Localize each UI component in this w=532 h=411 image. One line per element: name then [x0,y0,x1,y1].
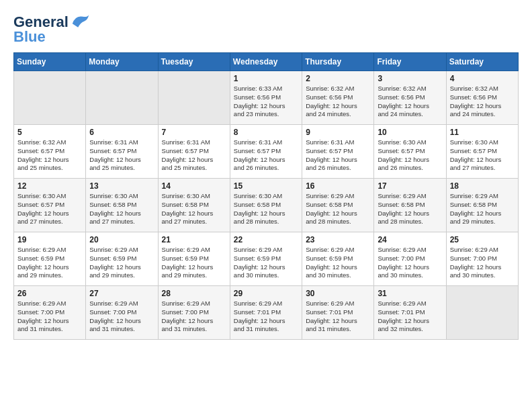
day-number: 13 [89,181,154,191]
day-number: 7 [162,128,226,137]
day-info: Sunrise: 6:29 AM Sunset: 7:00 PM Dayligh… [450,246,515,280]
day-info: Sunrise: 6:29 AM Sunset: 6:58 PM Dayligh… [450,192,515,226]
day-number: 6 [89,128,154,137]
day-number: 16 [306,181,370,191]
day-number: 5 [17,128,82,137]
weekday-header: Sunday [14,53,86,71]
calendar-cell: 12Sunrise: 6:30 AM Sunset: 6:57 PM Dayli… [14,179,86,232]
calendar-cell: 6Sunrise: 6:31 AM Sunset: 6:57 PM Daylig… [86,125,158,179]
weekday-header-row: SundayMondayTuesdayWednesdayThursdayFrid… [14,53,519,71]
day-number: 8 [234,128,298,137]
day-info: Sunrise: 6:29 AM Sunset: 6:59 PM Dayligh… [306,246,370,280]
day-number: 27 [89,289,154,298]
day-number: 24 [378,235,442,244]
day-info: Sunrise: 6:30 AM Sunset: 6:58 PM Dayligh… [89,192,154,226]
calendar-cell [158,71,230,125]
day-info: Sunrise: 6:32 AM Sunset: 6:56 PM Dayligh… [306,85,370,119]
calendar-cell: 3Sunrise: 6:32 AM Sunset: 6:56 PM Daylig… [374,71,446,125]
day-info: Sunrise: 6:29 AM Sunset: 6:59 PM Dayligh… [17,246,82,280]
calendar-cell: 26Sunrise: 6:29 AM Sunset: 7:00 PM Dayli… [14,286,86,340]
day-info: Sunrise: 6:30 AM Sunset: 6:57 PM Dayligh… [17,192,82,226]
day-number: 31 [378,289,442,298]
calendar-cell: 11Sunrise: 6:30 AM Sunset: 6:57 PM Dayli… [446,125,518,179]
calendar-cell: 22Sunrise: 6:29 AM Sunset: 6:59 PM Dayli… [230,232,302,286]
calendar-cell: 25Sunrise: 6:29 AM Sunset: 7:00 PM Dayli… [446,232,518,286]
calendar-cell: 15Sunrise: 6:30 AM Sunset: 6:58 PM Dayli… [230,179,302,232]
weekday-header: Tuesday [158,53,230,71]
calendar-cell: 13Sunrise: 6:30 AM Sunset: 6:58 PM Dayli… [86,179,158,232]
day-number: 23 [306,235,370,244]
day-info: Sunrise: 6:31 AM Sunset: 6:57 PM Dayligh… [162,138,226,173]
day-info: Sunrise: 6:31 AM Sunset: 6:57 PM Dayligh… [306,138,370,173]
day-number: 9 [306,128,370,137]
day-number: 10 [378,128,442,137]
day-info: Sunrise: 6:30 AM Sunset: 6:58 PM Dayligh… [162,192,226,226]
day-info: Sunrise: 6:33 AM Sunset: 6:56 PM Dayligh… [234,85,298,119]
weekday-header: Friday [374,53,446,71]
calendar-cell: 4Sunrise: 6:32 AM Sunset: 6:56 PM Daylig… [446,71,518,125]
day-number: 26 [17,289,82,298]
calendar-cell: 21Sunrise: 6:29 AM Sunset: 6:59 PM Dayli… [158,232,230,286]
day-info: Sunrise: 6:29 AM Sunset: 7:00 PM Dayligh… [17,300,82,334]
calendar-cell: 19Sunrise: 6:29 AM Sunset: 6:59 PM Dayli… [14,232,86,286]
calendar-cell [446,286,518,340]
calendar-cell [86,71,158,125]
logo: General Blue [13,13,89,46]
day-number: 22 [234,235,298,244]
calendar-week-row: 12Sunrise: 6:30 AM Sunset: 6:57 PM Dayli… [14,179,519,232]
page-header: General Blue [13,13,519,46]
day-info: Sunrise: 6:32 AM Sunset: 6:56 PM Dayligh… [378,85,442,119]
calendar-cell: 24Sunrise: 6:29 AM Sunset: 7:00 PM Dayli… [374,232,446,286]
weekday-header: Wednesday [230,53,302,71]
calendar-cell: 2Sunrise: 6:32 AM Sunset: 6:56 PM Daylig… [302,71,374,125]
day-number: 12 [17,181,82,191]
day-info: Sunrise: 6:29 AM Sunset: 7:01 PM Dayligh… [306,300,370,334]
calendar-cell: 27Sunrise: 6:29 AM Sunset: 7:00 PM Dayli… [86,286,158,340]
day-info: Sunrise: 6:29 AM Sunset: 7:01 PM Dayligh… [378,300,442,334]
day-number: 28 [162,289,226,298]
calendar-cell: 31Sunrise: 6:29 AM Sunset: 7:01 PM Dayli… [374,286,446,340]
calendar-cell: 5Sunrise: 6:32 AM Sunset: 6:57 PM Daylig… [14,125,86,179]
calendar-cell: 1Sunrise: 6:33 AM Sunset: 6:56 PM Daylig… [230,71,302,125]
day-info: Sunrise: 6:31 AM Sunset: 6:57 PM Dayligh… [89,138,154,173]
day-number: 2 [306,74,370,83]
day-info: Sunrise: 6:32 AM Sunset: 6:57 PM Dayligh… [17,138,82,173]
calendar-week-row: 19Sunrise: 6:29 AM Sunset: 6:59 PM Dayli… [14,232,519,286]
day-info: Sunrise: 6:29 AM Sunset: 7:00 PM Dayligh… [162,300,226,334]
day-number: 19 [17,235,82,244]
day-number: 18 [450,181,515,191]
calendar-week-row: 1Sunrise: 6:33 AM Sunset: 6:56 PM Daylig… [14,71,519,125]
weekday-header: Saturday [446,53,518,71]
calendar-week-row: 5Sunrise: 6:32 AM Sunset: 6:57 PM Daylig… [14,125,519,179]
day-info: Sunrise: 6:29 AM Sunset: 6:58 PM Dayligh… [306,192,370,226]
day-number: 17 [378,181,442,191]
day-info: Sunrise: 6:29 AM Sunset: 6:58 PM Dayligh… [378,192,442,226]
calendar-cell: 18Sunrise: 6:29 AM Sunset: 6:58 PM Dayli… [446,179,518,232]
day-number: 29 [234,289,298,298]
day-number: 30 [306,289,370,298]
calendar-cell [14,71,86,125]
logo-blue: Blue [13,28,46,46]
day-number: 4 [450,74,515,83]
calendar-cell: 29Sunrise: 6:29 AM Sunset: 7:01 PM Dayli… [230,286,302,340]
calendar-cell: 7Sunrise: 6:31 AM Sunset: 6:57 PM Daylig… [158,125,230,179]
day-number: 25 [450,235,515,244]
calendar-cell: 23Sunrise: 6:29 AM Sunset: 6:59 PM Dayli… [302,232,374,286]
calendar-cell: 10Sunrise: 6:30 AM Sunset: 6:57 PM Dayli… [374,125,446,179]
calendar-cell: 16Sunrise: 6:29 AM Sunset: 6:58 PM Dayli… [302,179,374,232]
calendar-table: SundayMondayTuesdayWednesdayThursdayFrid… [13,52,519,340]
logo-container: General Blue [13,13,89,46]
day-info: Sunrise: 6:30 AM Sunset: 6:58 PM Dayligh… [234,192,298,226]
calendar-cell: 9Sunrise: 6:31 AM Sunset: 6:57 PM Daylig… [302,125,374,179]
day-info: Sunrise: 6:31 AM Sunset: 6:57 PM Dayligh… [234,138,298,173]
calendar-cell: 8Sunrise: 6:31 AM Sunset: 6:57 PM Daylig… [230,125,302,179]
calendar-cell: 20Sunrise: 6:29 AM Sunset: 6:59 PM Dayli… [86,232,158,286]
day-number: 11 [450,128,515,137]
day-number: 15 [234,181,298,191]
day-info: Sunrise: 6:30 AM Sunset: 6:57 PM Dayligh… [378,138,442,173]
day-number: 3 [378,74,442,83]
calendar-cell: 28Sunrise: 6:29 AM Sunset: 7:00 PM Dayli… [158,286,230,340]
calendar-cell: 30Sunrise: 6:29 AM Sunset: 7:01 PM Dayli… [302,286,374,340]
day-info: Sunrise: 6:29 AM Sunset: 7:01 PM Dayligh… [234,300,298,334]
day-info: Sunrise: 6:30 AM Sunset: 6:57 PM Dayligh… [450,138,515,173]
